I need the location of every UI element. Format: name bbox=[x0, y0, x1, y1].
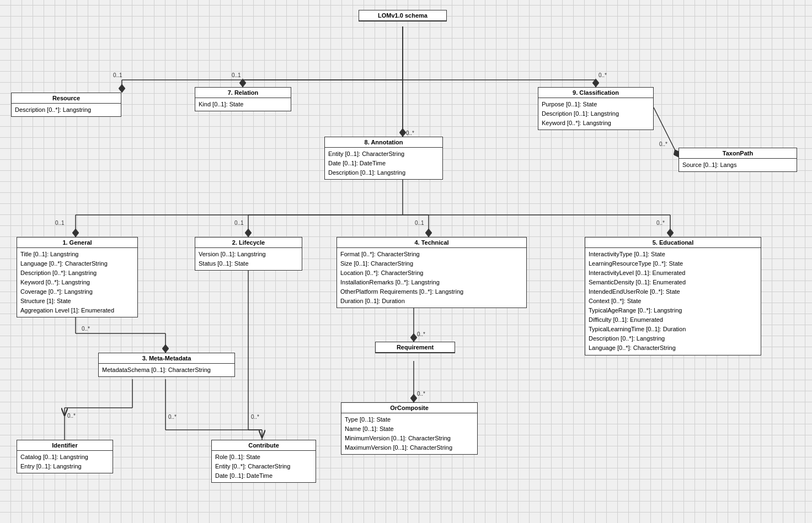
educational-field-6: Context [0..*]: State bbox=[589, 296, 757, 306]
orcomposite-field-2: Name [0..1]: State bbox=[345, 424, 474, 434]
general-field-1: Title [0..1]: Langstring bbox=[20, 250, 134, 259]
resource-box: Resource Description [0..*]: Langstring bbox=[11, 93, 121, 117]
identifier-body: Catalog [0..1]: Langstring Entry [0..1]:… bbox=[17, 451, 113, 473]
svg-text:0..*: 0..* bbox=[417, 331, 425, 337]
educational-field-2: LearningResourceType [0..*]: State bbox=[589, 259, 757, 268]
general-header: 1. General bbox=[17, 238, 137, 248]
general-box: 1. General Title [0..1]: Langstring Lang… bbox=[17, 237, 138, 317]
educational-header: 5. Educational bbox=[585, 238, 761, 248]
svg-text:0..1: 0..1 bbox=[232, 72, 241, 78]
relation-field-1: Kind [0..1]: State bbox=[199, 100, 287, 109]
technical-field-5: OtherPlatform Requirements [0..*]: Langs… bbox=[340, 287, 523, 296]
orcomposite-body: Type [0..1]: State Name [0..1]: State Mi… bbox=[341, 413, 477, 454]
educational-field-8: Difficulty [0..1]: Enumerated bbox=[589, 315, 757, 325]
relation-box: 7. Relation Kind [0..1]: State bbox=[195, 87, 291, 111]
educational-field-4: SemanticDensity [0..1]: Enumerated bbox=[589, 278, 757, 287]
relation-header: 7. Relation bbox=[195, 88, 291, 98]
requirement-box: Requirement bbox=[375, 342, 455, 353]
educational-box: 5. Educational InteractivityType [0..1]:… bbox=[585, 237, 761, 355]
svg-text:0..*: 0..* bbox=[82, 326, 90, 332]
requirement-header: Requirement bbox=[376, 342, 455, 353]
technical-field-4: InstallationRemarks [0..*]: Langstring bbox=[340, 278, 523, 287]
svg-text:0..1: 0..1 bbox=[55, 220, 65, 226]
identifier-box: Identifier Catalog [0..1]: Langstring En… bbox=[17, 440, 113, 473]
general-field-5: Coverage [0..*]: Langstring bbox=[20, 287, 134, 296]
svg-text:0..*: 0..* bbox=[406, 130, 414, 136]
identifier-field-2: Entry [0..1]: Langstring bbox=[20, 462, 109, 471]
svg-text:0..1: 0..1 bbox=[234, 220, 244, 226]
classification-header: 9. Classification bbox=[538, 88, 653, 98]
svg-text:0..*: 0..* bbox=[417, 391, 425, 397]
lomschema-box: LOMv1.0 schema bbox=[359, 10, 447, 21]
classification-field-2: Description [0..1]: Langstring bbox=[542, 109, 650, 118]
annotation-header: 8. Annotation bbox=[325, 137, 442, 148]
lifecycle-body: Version [0..1]: Langstring Status [0..1]… bbox=[195, 248, 302, 270]
educational-field-9: TypicalLearningTime [0..1]: Duration bbox=[589, 325, 757, 334]
educational-field-7: TypicalAgeRange [0..*]: Langstring bbox=[589, 306, 757, 315]
technical-field-1: Format [0..*]: CharacterString bbox=[340, 250, 523, 259]
classification-field-1: Purpose [0..1]: State bbox=[542, 100, 650, 109]
metametadata-box: 3. Meta-Metadata MetadataSchema [0..1]: … bbox=[98, 353, 235, 377]
general-field-6: Structure [1]: State bbox=[20, 296, 134, 306]
orcomposite-box: OrComposite Type [0..1]: State Name [0..… bbox=[341, 402, 478, 455]
taxonpath-box: TaxonPath Source [0..1]: Langs bbox=[679, 148, 797, 172]
annotation-field-1: Entity [0..1]: CharacterString bbox=[328, 149, 439, 159]
resource-field-1: Description [0..*]: Langstring bbox=[15, 105, 117, 115]
educational-field-11: Language [0..*]: CharacterString bbox=[589, 343, 757, 353]
contribute-field-2: Entity [0..*]: CharacterString bbox=[215, 462, 312, 471]
resource-header: Resource bbox=[12, 93, 121, 104]
technical-box: 4. Technical Format [0..*]: CharacterStr… bbox=[336, 237, 527, 308]
svg-text:0..1: 0..1 bbox=[415, 220, 424, 226]
metametadata-header: 3. Meta-Metadata bbox=[99, 353, 234, 364]
contribute-header: Contribute bbox=[212, 440, 316, 451]
educational-field-1: InteractivityType [0..1]: State bbox=[589, 250, 757, 259]
technical-body: Format [0..*]: CharacterString Size [0..… bbox=[337, 248, 526, 308]
resource-body: Description [0..*]: Langstring bbox=[12, 104, 121, 116]
orcomposite-field-1: Type [0..1]: State bbox=[345, 415, 474, 424]
lifecycle-field-2: Status [0..1]: State bbox=[199, 259, 298, 268]
annotation-field-2: Date [0..1]: DateTime bbox=[328, 159, 439, 168]
annotation-box: 8. Annotation Entity [0..1]: CharacterSt… bbox=[324, 137, 443, 180]
educational-field-10: Description [0..*]: Langstring bbox=[589, 334, 757, 343]
metametadata-body: MetadataSchema [0..1]: CharacterString bbox=[99, 364, 234, 376]
svg-text:0..*: 0..* bbox=[251, 414, 259, 420]
svg-text:0..*: 0..* bbox=[659, 141, 667, 147]
technical-field-6: Duration [0..1]: Duration bbox=[340, 296, 523, 306]
classification-box: 9. Classification Purpose [0..1]: State … bbox=[538, 87, 654, 130]
svg-text:0..*: 0..* bbox=[67, 413, 76, 419]
lomschema-header: LOMv1.0 schema bbox=[359, 10, 446, 21]
technical-header: 4. Technical bbox=[337, 238, 526, 248]
general-field-3: Description [0..*]: Langstring bbox=[20, 268, 134, 278]
general-field-4: Keyword [0..*]: Langstring bbox=[20, 278, 134, 287]
identifier-field-1: Catalog [0..1]: Langstring bbox=[20, 452, 109, 462]
relation-body: Kind [0..1]: State bbox=[195, 98, 291, 111]
contribute-field-3: Date [0..1]: DateTime bbox=[215, 471, 312, 481]
orcomposite-field-3: MinimumVersion [0..1]: CharacterString bbox=[345, 434, 474, 443]
orcomposite-header: OrComposite bbox=[341, 403, 477, 413]
contribute-field-1: Role [0..1]: State bbox=[215, 452, 312, 462]
svg-line-20 bbox=[654, 107, 679, 157]
lifecycle-field-1: Version [0..1]: Langstring bbox=[199, 250, 298, 259]
classification-field-3: Keyword [0..*]: Langstring bbox=[542, 118, 650, 128]
general-body: Title [0..1]: Langstring Language [0..*]… bbox=[17, 248, 137, 317]
technical-field-3: Location [0..*]: CharacterString bbox=[340, 268, 523, 278]
lifecycle-box: 2. Lifecycle Version [0..1]: Langstring … bbox=[195, 237, 302, 271]
educational-body: InteractivityType [0..1]: State Learning… bbox=[585, 248, 761, 355]
taxonpath-field-1: Source [0..1]: Langs bbox=[682, 160, 793, 170]
taxonpath-body: Source [0..1]: Langs bbox=[679, 159, 797, 171]
identifier-header: Identifier bbox=[17, 440, 113, 451]
orcomposite-field-4: MaximumVersion [0..1]: CharacterString bbox=[345, 443, 474, 452]
general-field-2: Language [0..*]: CharacterString bbox=[20, 259, 134, 268]
svg-text:0..1: 0..1 bbox=[113, 72, 122, 78]
annotation-body: Entity [0..1]: CharacterString Date [0..… bbox=[325, 148, 442, 179]
technical-field-2: Size [0..1]: CharacterString bbox=[340, 259, 523, 268]
contribute-body: Role [0..1]: State Entity [0..*]: Charac… bbox=[212, 451, 316, 482]
classification-body: Purpose [0..1]: State Description [0..1]… bbox=[538, 98, 653, 130]
contribute-box: Contribute Role [0..1]: State Entity [0.… bbox=[211, 440, 316, 483]
educational-field-3: InteractivityLevel [0..1]: Enumerated bbox=[589, 268, 757, 278]
educational-field-5: IntendedEndUserRole [0..*]: State bbox=[589, 287, 757, 296]
metametadata-field-1: MetadataSchema [0..1]: CharacterString bbox=[102, 365, 231, 375]
taxonpath-header: TaxonPath bbox=[679, 148, 797, 159]
general-field-7: Aggregation Level [1]: Enumerated bbox=[20, 306, 134, 315]
svg-text:0..*: 0..* bbox=[656, 220, 665, 226]
